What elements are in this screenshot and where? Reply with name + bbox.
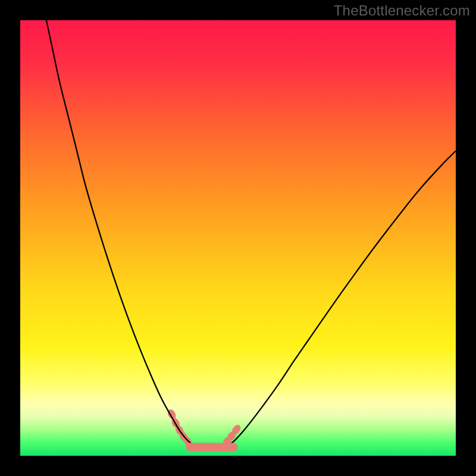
curves-svg xyxy=(20,20,456,456)
watermark-text: TheBottlenecker.com xyxy=(334,2,470,19)
plot-area xyxy=(20,20,456,456)
left-curve xyxy=(46,20,199,447)
chart-frame: TheBottlenecker.com xyxy=(0,0,476,476)
right-curve xyxy=(225,151,456,447)
